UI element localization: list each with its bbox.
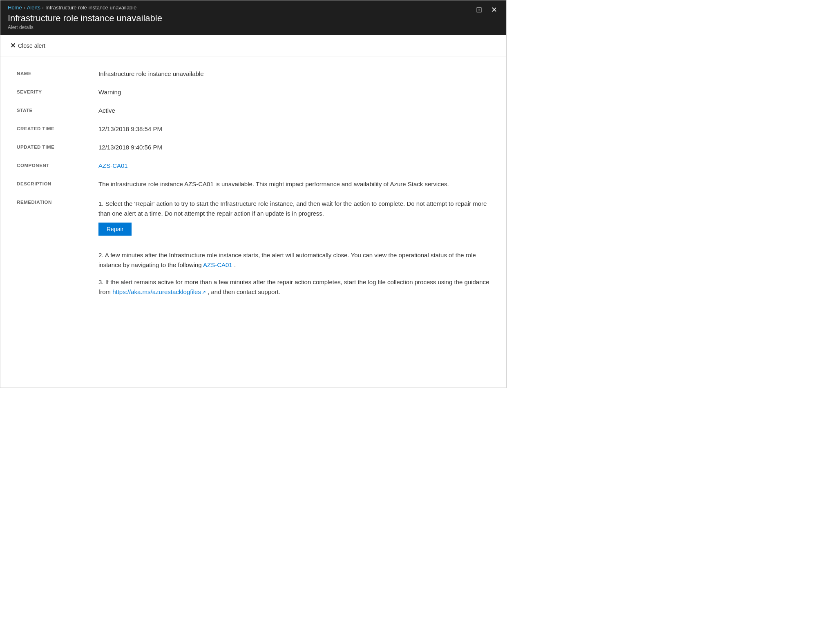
row-state: STATE Active — [10, 101, 496, 120]
state-label: STATE — [10, 101, 92, 120]
breadcrumb-sep-2: › — [42, 5, 44, 11]
created-time-value: 12/13/2018 9:38:54 PM — [92, 120, 496, 138]
remediation-label: REMEDIATION — [10, 193, 92, 310]
close-alert-label: Close alert — [18, 42, 45, 49]
row-remediation: REMEDIATION 1. Select the 'Repair' actio… — [10, 193, 496, 310]
step2-text: 2. A few minutes after the Infrastructur… — [98, 250, 490, 270]
page-subtitle: Alert details — [8, 25, 499, 30]
severity-value: Warning — [92, 83, 496, 101]
step2-part1: 2. A few minutes after the Infrastructur… — [98, 252, 476, 268]
row-created-time: CREATED TIME 12/13/2018 9:38:54 PM — [10, 120, 496, 138]
close-alert-button[interactable]: ✕ Close alert — [8, 40, 48, 51]
toolbar: ✕ Close alert — [0, 35, 506, 56]
state-value: Active — [92, 101, 496, 120]
row-description: DESCRIPTION The infrastructure role inst… — [10, 175, 496, 193]
breadcrumb-sep-1: › — [24, 5, 25, 11]
row-name: NAME Infrastructure role instance unavai… — [10, 65, 496, 83]
row-component: COMPONENT AZS-CA01 — [10, 156, 496, 175]
component-label: COMPONENT — [10, 156, 92, 175]
step3-text: 3. If the alert remains active for more … — [98, 277, 490, 297]
detail-content: NAME Infrastructure role instance unavai… — [0, 56, 506, 322]
created-time-label: CREATED TIME — [10, 120, 92, 138]
page-title: Infrastructure role instance unavailable — [8, 13, 499, 24]
remediation-step-2: 2. A few minutes after the Infrastructur… — [98, 250, 490, 270]
updated-time-value: 12/13/2018 9:40:56 PM — [92, 138, 496, 156]
remediation-content: 1. Select the 'Repair' action to try to … — [92, 193, 496, 310]
repair-button[interactable]: Repair — [98, 223, 132, 236]
description-value: The infrastructure role instance AZS-CA0… — [92, 175, 496, 193]
external-link-icon: ↗ — [202, 290, 206, 295]
name-value: Infrastructure role instance unavailable — [92, 65, 496, 83]
maximize-button[interactable]: ⊡ — [474, 5, 484, 14]
breadcrumb: Home › Alerts › Infrastructure role inst… — [8, 4, 499, 11]
component-link[interactable]: AZS-CA01 — [98, 162, 128, 169]
close-x-icon: ✕ — [10, 42, 16, 49]
severity-label: SEVERITY — [10, 83, 92, 101]
component-value: AZS-CA01 — [92, 156, 496, 175]
row-updated-time: UPDATED TIME 12/13/2018 9:40:56 PM — [10, 138, 496, 156]
step3-part2: , and then contact support. — [208, 288, 280, 295]
close-panel-button[interactable]: ✕ — [489, 5, 499, 14]
detail-table: NAME Infrastructure role instance unavai… — [10, 65, 496, 310]
remediation-step-1: 1. Select the 'Repair' action to try to … — [98, 199, 490, 243]
header-actions: ⊡ ✕ — [474, 5, 499, 14]
name-label: NAME — [10, 65, 92, 83]
step1-text: 1. Select the 'Repair' action to try to … — [98, 199, 490, 218]
step2-link[interactable]: AZS-CA01 — [203, 261, 232, 268]
remediation-step-3: 3. If the alert remains active for more … — [98, 277, 490, 297]
breadcrumb-current: Infrastructure role instance unavailable — [45, 4, 136, 11]
header: Home › Alerts › Infrastructure role inst… — [0, 0, 506, 35]
breadcrumb-home[interactable]: Home — [8, 4, 22, 11]
row-severity: SEVERITY Warning — [10, 83, 496, 101]
description-label: DESCRIPTION — [10, 175, 92, 193]
breadcrumb-alerts[interactable]: Alerts — [27, 4, 40, 11]
step3-link[interactable]: https://aka.ms/azurestacklogfiles↗ — [112, 288, 206, 295]
updated-time-label: UPDATED TIME — [10, 138, 92, 156]
step2-part2: . — [234, 261, 236, 268]
